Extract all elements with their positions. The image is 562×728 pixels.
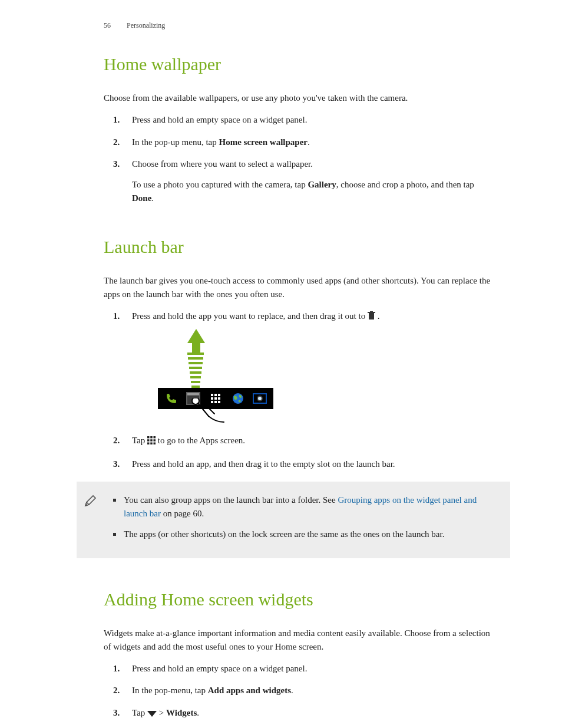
arrow-up-icon <box>187 329 205 354</box>
svg-rect-8 <box>214 394 217 396</box>
note-bullet: The apps (or other shortcuts) on the loc… <box>121 528 497 541</box>
step-text: . <box>378 311 380 321</box>
step-item: Press and hold an app, and then drag it … <box>104 457 497 471</box>
step-text: Press and hold an app, and then drag it … <box>132 459 395 469</box>
svg-rect-24 <box>154 436 156 439</box>
steps-list: Press and hold an empty space on a widge… <box>104 113 497 205</box>
camera-icon <box>252 391 268 406</box>
svg-rect-25 <box>147 440 150 442</box>
note-box: You can also group apps on the launch ba… <box>77 482 510 558</box>
step-item: Choose from where you want to select a w… <box>104 157 497 206</box>
paragraph: Choose from the available wallpapers, or… <box>104 91 497 105</box>
step-item: In the pop-up menu, tap Home screen wall… <box>104 136 497 149</box>
step-text: Tap <box>132 436 147 445</box>
steps-list: Press and hold the app you want to repla… <box>104 309 497 471</box>
note-bullet: You can also group apps on the launch ba… <box>121 493 497 521</box>
paragraph: Widgets make at-a-glance important infor… <box>104 627 497 654</box>
bold-term: Widgets <box>166 708 197 717</box>
step-text: . <box>291 686 293 695</box>
step-text: . <box>308 137 310 147</box>
step-text: In the pop-up menu, tap <box>132 137 219 147</box>
svg-rect-9 <box>218 394 220 396</box>
pencil-icon <box>84 495 97 510</box>
paragraph: The launch bar gives you one-touch acces… <box>104 274 497 302</box>
heading-adding-widgets: Adding Home screen widgets <box>104 589 497 610</box>
step-subtext: To use a photo you captured with the cam… <box>132 178 497 206</box>
step-text: In the pop-menu, tap <box>132 686 208 695</box>
svg-rect-5 <box>187 393 199 395</box>
step-item: Press and hold the app you want to repla… <box>104 309 497 423</box>
finger-pointer-icon <box>185 398 232 424</box>
step-text: Press and hold the app you want to repla… <box>132 311 368 321</box>
svg-rect-2 <box>370 311 373 312</box>
svg-rect-30 <box>154 443 156 445</box>
bold-term: Done <box>132 193 151 203</box>
step-text: Choose from where you want to select a w… <box>132 159 313 169</box>
page: 56 Personalizing Home wallpaper Choose f… <box>0 0 562 728</box>
phone-icon <box>163 391 180 406</box>
header-section: Personalizing <box>127 21 165 29</box>
bold-term: Add apps and widgets <box>208 686 291 695</box>
bold-term: Gallery <box>308 180 336 189</box>
svg-rect-7 <box>211 394 213 396</box>
svg-rect-22 <box>147 436 150 439</box>
svg-rect-29 <box>150 443 153 445</box>
svg-rect-26 <box>150 440 153 442</box>
bold-term: Home screen wallpaper <box>219 137 308 147</box>
step-text: Tap <box>132 708 147 717</box>
svg-rect-0 <box>369 313 374 319</box>
svg-marker-31 <box>147 711 157 717</box>
step-text: Press and hold an empty space on a widge… <box>132 115 307 124</box>
step-item: In the pop-menu, tap Add apps and widget… <box>104 684 497 697</box>
step-text: to go to the Apps screen. <box>158 436 245 445</box>
svg-marker-3 <box>187 329 205 354</box>
step-item: Tap > Widgets. <box>104 706 497 721</box>
step-text: Press and hold an empty space on a widge… <box>132 664 307 673</box>
step-text: > <box>159 708 166 717</box>
illustration-drag-app <box>158 329 497 423</box>
trash-icon <box>368 311 375 324</box>
step-item: Press and hold an empty space on a widge… <box>104 113 497 127</box>
motion-lines <box>187 353 204 390</box>
step-item: Tap to go to the Apps screen. <box>104 434 497 449</box>
svg-rect-23 <box>150 436 153 439</box>
dropdown-caret-icon <box>147 707 157 721</box>
apps-grid-icon <box>147 435 156 449</box>
svg-rect-28 <box>147 443 150 445</box>
svg-point-20 <box>258 397 262 400</box>
steps-list: Press and hold an empty space on a widge… <box>104 662 497 721</box>
page-number: 56 <box>104 21 111 29</box>
heading-launch-bar: Launch bar <box>104 236 497 258</box>
step-text: . <box>197 708 199 717</box>
heading-home-wallpaper: Home wallpaper <box>104 54 497 75</box>
running-header: 56 Personalizing <box>104 21 497 30</box>
svg-rect-27 <box>154 440 156 442</box>
step-item: Press and hold an empty space on a widge… <box>104 662 497 676</box>
